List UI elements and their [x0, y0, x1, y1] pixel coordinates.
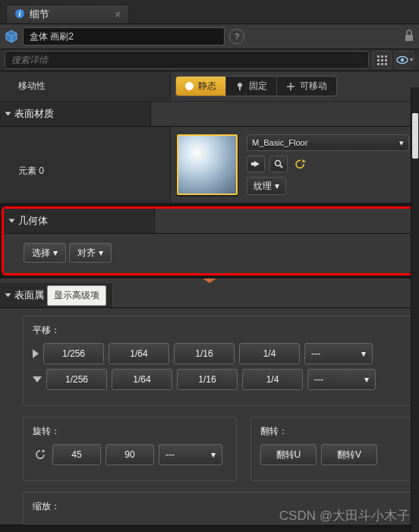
pin-icon: [235, 82, 244, 91]
pan-label: 平移：: [33, 324, 402, 337]
svg-rect-15: [385, 63, 387, 65]
section-surface-material[interactable]: 表面材质: [0, 102, 419, 127]
geometry-align-button[interactable]: 对齐▾: [69, 243, 112, 263]
chevron-down-icon: [5, 112, 11, 116]
scrollbar-thumb[interactable]: [412, 113, 418, 159]
tab-details[interactable]: i 细节 ×: [6, 5, 129, 24]
section-geometry-label: 几何体: [18, 214, 48, 228]
material-dropdown[interactable]: M_Basic_Floor ▾: [247, 134, 409, 151]
texture-dropdown[interactable]: 纹理 ▾: [247, 177, 286, 195]
svg-rect-4: [405, 35, 413, 41]
svg-rect-9: [385, 55, 387, 58]
flip-v-button[interactable]: 翻转V: [321, 444, 377, 465]
element-0-label: 元素 0: [0, 127, 171, 203]
rotate-custom[interactable]: ---▾: [159, 444, 222, 465]
rotate-45[interactable]: 45: [52, 444, 101, 465]
flip-group: 翻转： 翻转U 翻转V: [250, 417, 411, 481]
mobility-fixed-label: 固定: [249, 80, 267, 93]
pan-d-2[interactable]: 1/16: [177, 369, 238, 390]
flip-label: 翻转：: [260, 425, 402, 438]
mobility-movable[interactable]: 可移动: [277, 77, 336, 96]
svg-line-6: [359, 61, 362, 65]
watermark: CSDN @大田斗小木子: [279, 507, 410, 524]
svg-point-17: [401, 58, 404, 61]
scrollbar[interactable]: [411, 87, 419, 532]
svg-rect-7: [377, 55, 380, 58]
section-surface-props-label: 表面属: [14, 288, 44, 302]
search-icon[interactable]: [350, 52, 365, 68]
browse-button[interactable]: [269, 156, 288, 172]
flip-u-button[interactable]: 翻转U: [260, 444, 317, 465]
mobility-movable-label: 可移动: [300, 80, 327, 93]
use-selected-button[interactable]: [247, 156, 265, 172]
svg-rect-13: [377, 63, 380, 65]
search-input[interactable]: [8, 55, 350, 65]
rotate-group: 旋转： 45 90 ---▾: [23, 417, 237, 481]
pan-d-0[interactable]: 1/256: [46, 369, 107, 390]
rotate-icon[interactable]: [33, 447, 48, 462]
tab-title: 细节: [30, 8, 49, 21]
lock-icon[interactable]: [404, 30, 414, 44]
svg-marker-27: [302, 159, 306, 162]
chevron-down-icon: ▾: [275, 181, 279, 191]
highlight-box: 几何体 选择▾ 对齐▾: [2, 206, 417, 275]
pan-r-custom[interactable]: ---▾: [304, 343, 373, 364]
info-icon: i: [14, 8, 25, 21]
svg-rect-20: [239, 87, 241, 90]
geometry-select-button[interactable]: 选择▾: [24, 243, 66, 263]
mobility-fixed[interactable]: 固定: [226, 77, 277, 96]
chevron-down-icon: [5, 294, 11, 297]
mobility-label: 移动性: [0, 71, 171, 101]
reset-button[interactable]: [292, 156, 309, 172]
material-thumbnail[interactable]: [177, 134, 238, 195]
section-geometry[interactable]: 几何体: [4, 209, 415, 234]
pan-r-1[interactable]: 1/64: [109, 343, 169, 364]
chevron-down-icon: ▾: [211, 449, 216, 460]
pan-right-icon[interactable]: [33, 349, 39, 358]
svg-marker-18: [410, 58, 413, 61]
rotate-90[interactable]: 90: [106, 444, 154, 465]
pan-d-custom[interactable]: ---▾: [307, 369, 376, 390]
mobility-static[interactable]: 静态: [176, 77, 226, 96]
svg-point-25: [276, 161, 281, 166]
pan-r-2[interactable]: 1/16: [174, 343, 235, 364]
svg-rect-14: [381, 63, 383, 65]
move-icon: [286, 82, 295, 91]
svg-rect-11: [381, 59, 383, 61]
svg-line-26: [280, 165, 282, 168]
object-name-input[interactable]: [23, 27, 225, 46]
rotate-label: 旋转：: [33, 425, 227, 438]
pan-r-3[interactable]: 1/4: [239, 343, 300, 364]
brush-icon: [5, 30, 18, 43]
show-advanced-button[interactable]: 显示高级项: [47, 285, 106, 306]
svg-text:i: i: [19, 10, 21, 18]
section-surface-props[interactable]: 表面属 显示高级项: [0, 283, 419, 308]
svg-rect-12: [385, 59, 387, 61]
close-icon[interactable]: ×: [115, 8, 121, 20]
mobility-static-label: 静态: [198, 80, 216, 93]
visibility-dropdown[interactable]: [395, 51, 414, 69]
svg-rect-10: [377, 59, 380, 61]
section-surface-material-label: 表面材质: [14, 107, 54, 121]
svg-marker-29: [42, 449, 46, 452]
chevron-down-icon: ▾: [99, 247, 103, 258]
chevron-down-icon: ▾: [361, 348, 366, 359]
svg-rect-8: [381, 55, 383, 58]
chevron-down-icon: [9, 219, 15, 223]
texture-label: 纹理: [254, 180, 272, 193]
svg-marker-23: [254, 161, 260, 167]
svg-rect-24: [251, 162, 255, 165]
help-icon[interactable]: ?: [229, 29, 244, 44]
view-grid-icon[interactable]: [372, 51, 392, 69]
pan-down-icon[interactable]: [33, 376, 42, 382]
pan-group: 平移： 1/256 1/64 1/16 1/4 ---▾ 1/256 1/64 …: [23, 316, 411, 406]
pan-d-1[interactable]: 1/64: [112, 369, 172, 390]
material-name: M_Basic_Floor: [252, 138, 307, 147]
pan-r-0[interactable]: 1/256: [43, 343, 104, 364]
pan-d-3[interactable]: 1/4: [242, 369, 303, 390]
chevron-down-icon: ▾: [364, 374, 369, 385]
chevron-down-icon: ▾: [399, 138, 404, 148]
chevron-down-icon: ▾: [53, 247, 58, 258]
